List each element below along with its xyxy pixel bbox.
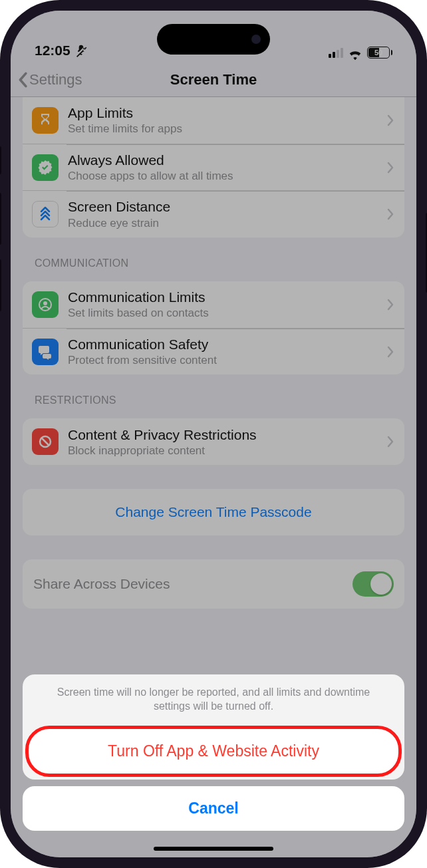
dynamic-island [157,24,270,55]
hourglass-icon [32,107,59,134]
no-sign-icon [32,428,59,455]
section-header-restrictions: Restrictions [23,374,404,412]
silent-mode-icon [74,44,88,57]
row-title: Communication Safety [68,336,378,353]
row-communication-limits[interactable]: Communication Limits Set limits based on… [23,281,404,328]
wifi-icon [348,47,362,58]
silent-switch [0,146,1,174]
section-header-communication: Communication [23,237,404,275]
status-time: 12:05 [35,43,71,59]
chevron-right-icon [387,114,394,126]
volume-down-button [0,259,1,311]
chevron-right-icon [387,346,394,358]
chevron-right-icon [387,299,394,311]
screen: 12:05 50 [11,11,416,857]
chat-bubbles-icon [32,339,59,365]
person-circle-icon [32,291,59,318]
svg-line-3 [42,438,49,446]
cellular-signal-icon [329,47,343,58]
row-share-across-devices[interactable]: Share Across Devices [23,559,404,609]
change-passcode-button[interactable]: Change Screen Time Passcode [23,489,404,535]
action-sheet-message: Screen time will no longer be reported, … [23,674,404,724]
home-indicator[interactable] [154,847,273,851]
volume-up-button [0,193,1,245]
action-sheet-block: Screen time will no longer be reported, … [23,674,404,780]
navigation-bar: Settings Screen Time [11,63,416,97]
turn-off-activity-button[interactable]: Turn Off App & Website Activity [25,726,402,777]
svg-point-1 [43,301,47,305]
settings-group-passcode: Change Screen Time Passcode [23,489,404,535]
battery-indicator: 50 [367,47,392,59]
cancel-label: Cancel [188,799,238,817]
row-communication-safety[interactable]: Communication Safety Protect from sensit… [23,328,404,374]
row-app-limits[interactable]: App Limits Set time limits for apps [23,97,404,144]
row-content-privacy[interactable]: Content & Privacy Restrictions Block ina… [23,418,404,465]
settings-group-share: Share Across Devices [23,559,404,609]
row-title: App Limits [68,104,378,121]
row-title: Always Allowed [68,152,378,168]
back-label: Settings [29,71,82,88]
settings-group-restrictions: Content & Privacy Restrictions Block ina… [23,418,404,465]
share-devices-toggle[interactable] [353,571,394,597]
row-subtitle: Reduce eye strain [68,216,378,230]
back-button[interactable]: Settings [17,71,82,88]
chevron-left-icon [17,72,28,88]
turn-off-activity-label: Turn Off App & Website Activity [108,742,319,760]
row-subtitle: Choose apps to allow at all times [68,169,378,183]
change-passcode-label: Change Screen Time Passcode [115,504,311,520]
cancel-button[interactable]: Cancel [23,786,404,831]
row-subtitle: Block inappropriate content [68,444,378,458]
row-always-allowed[interactable]: Always Allowed Choose apps to allow at a… [23,144,404,190]
chevron-right-icon [387,436,394,448]
row-title: Communication Limits [68,289,378,305]
row-subtitle: Set time limits for apps [68,122,378,136]
row-title: Screen Distance [68,198,378,215]
settings-content: App Limits Set time limits for apps Alwa… [11,97,416,609]
share-devices-label: Share Across Devices [33,576,170,592]
settings-group-limits: App Limits Set time limits for apps Alwa… [23,97,404,237]
distance-arrows-icon [32,201,59,227]
battery-percent: 50 [374,49,382,57]
device-frame: 12:05 50 [0,0,427,868]
check-seal-icon [32,154,59,181]
settings-group-communication: Communication Limits Set limits based on… [23,281,404,374]
row-screen-distance[interactable]: Screen Distance Reduce eye strain [23,190,404,237]
row-subtitle: Protect from sensitive content [68,353,378,367]
action-sheet: Screen time will no longer be reported, … [23,674,404,831]
chevron-right-icon [387,162,394,174]
row-subtitle: Set limits based on contacts [68,306,378,320]
chevron-right-icon [387,208,394,220]
row-title: Content & Privacy Restrictions [68,426,378,443]
